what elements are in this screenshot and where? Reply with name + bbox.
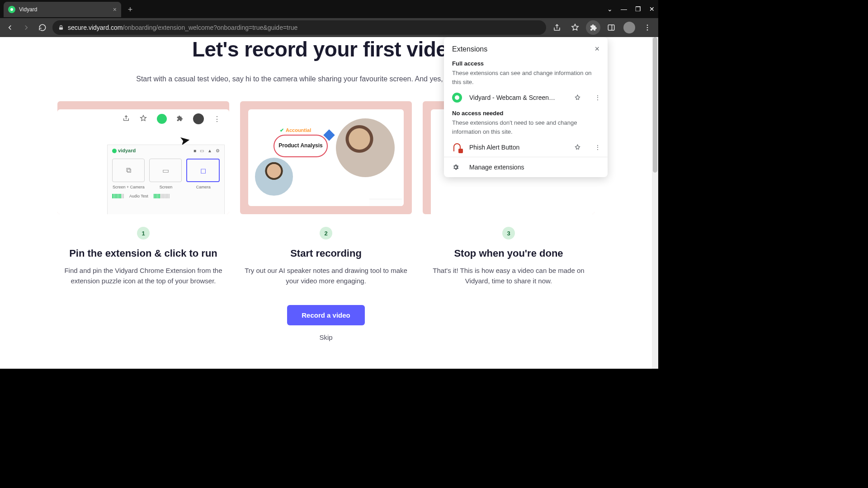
tab-favicon-icon bbox=[8, 6, 15, 13]
step-description: Find and pin the Vidyard Chrome Extensio… bbox=[57, 266, 229, 286]
menu-dots-icon: ⋮ bbox=[213, 115, 221, 123]
tab-title: Vidyard bbox=[19, 6, 109, 13]
svg-rect-0 bbox=[59, 27, 63, 29]
extensions-popup-title: Extensions bbox=[452, 45, 487, 53]
meeting-photo bbox=[336, 118, 395, 177]
new-tab-button[interactable]: + bbox=[124, 3, 137, 16]
video-icon: ■ bbox=[193, 148, 196, 153]
extension-item-vidyard[interactable]: Vidyard - Webcam & Screen… ⋮ bbox=[444, 88, 608, 107]
sidepanel-icon[interactable] bbox=[604, 20, 618, 35]
tab-close-icon[interactable]: × bbox=[113, 6, 117, 13]
audio-bars-icon bbox=[112, 194, 124, 198]
manage-extensions-button[interactable]: Manage extensions bbox=[444, 157, 608, 177]
camera-selfie bbox=[254, 156, 294, 197]
svg-point-3 bbox=[647, 24, 648, 26]
vidyard-icon bbox=[452, 93, 462, 103]
reload-button[interactable] bbox=[36, 21, 49, 34]
avatar-icon bbox=[193, 113, 204, 124]
window-minimize-button[interactable]: — bbox=[621, 5, 627, 13]
skip-link[interactable]: Skip bbox=[18, 333, 634, 341]
bell-icon: ▲ bbox=[208, 148, 212, 153]
option-label: Screen + Camera bbox=[112, 185, 145, 189]
close-icon[interactable]: × bbox=[594, 44, 599, 54]
window-close-button[interactable]: ✕ bbox=[649, 5, 655, 13]
cta-row: Record a video bbox=[18, 305, 634, 325]
vertical-scrollbar[interactable]: ▲ bbox=[652, 37, 658, 369]
step-illustration: ⋮ ➤ vidyard ■ ▭ ▲ ⚙ bbox=[57, 101, 229, 214]
address-bar[interactable]: secure.vidyard.com/onboarding/extension_… bbox=[52, 20, 546, 35]
option-camera: ◻ bbox=[186, 159, 220, 182]
gear-icon: ⚙ bbox=[216, 148, 220, 153]
option-screen: ▭ bbox=[149, 159, 182, 182]
svg-point-4 bbox=[647, 27, 648, 28]
full-access-desc: These extensions can see and change info… bbox=[452, 69, 599, 86]
lock-icon bbox=[58, 24, 64, 31]
browser-toolbar: secure.vidyard.com/onboarding/extension_… bbox=[0, 18, 658, 37]
bookmark-star-icon[interactable] bbox=[568, 20, 582, 35]
step-number-badge: 3 bbox=[502, 227, 515, 239]
svg-point-5 bbox=[647, 29, 648, 31]
option-label: Camera bbox=[187, 185, 220, 189]
share-icon bbox=[123, 115, 131, 123]
extension-name: Vidyard - Webcam & Screen… bbox=[469, 94, 567, 101]
no-access-heading: No access needed bbox=[452, 110, 599, 117]
star-icon bbox=[140, 115, 148, 123]
audio-test-label: Audio Test bbox=[129, 194, 148, 198]
brand-label: Accountial bbox=[280, 127, 311, 133]
no-access-desc: These extensions don't need to see and c… bbox=[452, 118, 599, 136]
puzzle-icon bbox=[176, 115, 184, 123]
back-button[interactable] bbox=[4, 21, 16, 34]
audio-bars-icon bbox=[154, 194, 170, 198]
tab-list-chevron-icon[interactable]: ⌄ bbox=[607, 5, 613, 13]
step-number-badge: 2 bbox=[320, 227, 332, 239]
record-video-button[interactable]: Record a video bbox=[287, 305, 365, 325]
step-title: Stop when you're done bbox=[423, 248, 594, 259]
chrome-menu-icon[interactable] bbox=[640, 20, 655, 35]
address-text: secure.vidyard.com/onboarding/extension_… bbox=[68, 24, 297, 31]
step-illustration: Accountial Product Analysis bbox=[240, 101, 412, 214]
annotation-bubble: Product Analysis bbox=[274, 135, 328, 157]
step-title: Start recording bbox=[240, 248, 412, 259]
extensions-popup: Extensions × Full access These extension… bbox=[444, 37, 608, 177]
profile-avatar[interactable] bbox=[622, 20, 637, 35]
full-access-heading: Full access bbox=[452, 60, 599, 67]
extension-item-phish[interactable]: Phish Alert Button ⋮ bbox=[444, 138, 608, 157]
step-card: Accountial Product Analysis 2 Start reco… bbox=[240, 101, 412, 286]
vidyard-logo: vidyard bbox=[112, 148, 136, 153]
browser-tab[interactable]: Vidyard × bbox=[4, 2, 121, 17]
step-description: That's it! This is how easy a video can … bbox=[423, 266, 594, 286]
step-title: Pin the extension & click to run bbox=[57, 248, 229, 259]
window-maximize-button[interactable]: ❐ bbox=[635, 5, 641, 13]
option-screen-camera: ⧉ bbox=[112, 159, 145, 182]
more-icon[interactable]: ⋮ bbox=[592, 94, 603, 101]
forward-button[interactable] bbox=[20, 21, 33, 34]
step-card: ⋮ ➤ vidyard ■ ▭ ▲ ⚙ bbox=[57, 101, 229, 286]
recording-controls-icon bbox=[369, 199, 402, 206]
extension-name: Phish Alert Button bbox=[469, 144, 567, 151]
library-icon: ▭ bbox=[200, 148, 204, 153]
gear-icon bbox=[452, 164, 462, 171]
svg-rect-1 bbox=[608, 25, 614, 30]
vidyard-panel: vidyard ■ ▭ ▲ ⚙ ⧉ ▭ bbox=[107, 145, 225, 214]
tab-strip: Vidyard × + bbox=[4, 2, 137, 17]
more-icon[interactable]: ⋮ bbox=[592, 144, 603, 151]
vidyard-extension-icon bbox=[157, 114, 167, 124]
scrollbar-thumb[interactable] bbox=[653, 37, 657, 173]
manage-extensions-label: Manage extensions bbox=[469, 164, 524, 171]
extensions-puzzle-icon[interactable] bbox=[586, 20, 600, 35]
pin-icon[interactable] bbox=[574, 144, 585, 151]
step-number-badge: 1 bbox=[137, 227, 150, 239]
option-label: Screen bbox=[150, 185, 183, 189]
share-icon[interactable] bbox=[550, 20, 564, 35]
step-description: Try out our AI speaker notes and drawing… bbox=[240, 266, 412, 286]
phish-alert-icon bbox=[452, 142, 462, 152]
pin-icon[interactable] bbox=[574, 94, 585, 101]
